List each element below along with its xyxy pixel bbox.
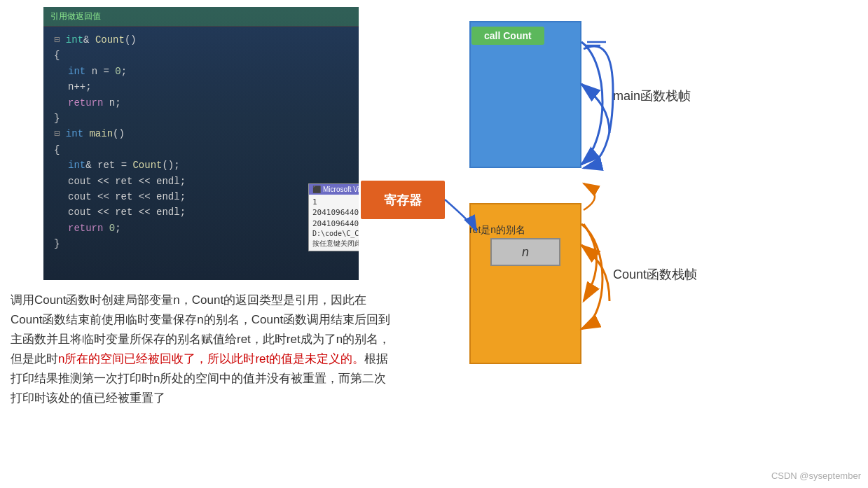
code-line: cout << ret << endl;: [54, 174, 348, 189]
code-line: {: [54, 48, 348, 63]
code-line: return n;: [54, 95, 348, 111]
count-right-arrow: [581, 224, 602, 329]
code-screenshot: 引用做返回值 ⊟ int& Count() { int n = 0; n++; …: [43, 7, 359, 280]
n-variable-box: n: [490, 238, 560, 266]
code-header: 引用做返回值: [43, 7, 359, 27]
code-line: ⊟ int main(): [54, 126, 348, 141]
vs-popup: ⬛ Microsoft Visual Studio 1 2041096440 2…: [308, 183, 359, 251]
code-line: }: [54, 236, 348, 251]
count-arrow-up: [584, 183, 595, 210]
register-box: 寄存器: [361, 181, 445, 219]
vs-popup-header: ⬛ Microsoft Visual Studio: [309, 184, 359, 195]
code-line: }: [54, 111, 348, 126]
code-line: n++;: [54, 79, 348, 95]
desc-text-highlight: n所在的空间已经被回收了，所以此时ret的值是未定义的。: [58, 352, 364, 365]
code-line: {: [54, 142, 348, 158]
code-line: int n = 0;: [54, 64, 348, 79]
vs-popup-content: 1 2041096440 2041096440 D:\code\C_C++\Bi…: [309, 195, 359, 251]
code-line: cout << ret << endl;: [54, 204, 348, 220]
code-line: ⊟ int& Count(): [54, 32, 348, 48]
diagram-area: call Count n 寄存器 ret是n的别名 main函数栈帧 Count…: [361, 7, 865, 399]
code-line: cout << ret << endl;: [54, 189, 348, 204]
count-frame-label: Count函数栈帧: [613, 266, 697, 283]
description-text: 调用Count函数时创建局部变量n，Count的返回类型是引用，因此在Count…: [11, 291, 392, 408]
main-right-arrow: [581, 42, 602, 165]
code-line: return 0;: [54, 221, 348, 236]
code-line: int& ret = Count();: [54, 158, 348, 173]
main-back-arrow: [581, 84, 609, 133]
main-frame-label: main函数栈帧: [613, 88, 691, 104]
header-text: 引用做返回值: [50, 11, 101, 22]
count-arrow-out: [584, 224, 597, 301]
main-arrow-out: [584, 46, 613, 168]
call-count-button: call Count: [471, 27, 544, 45]
count-back-arrow: [581, 245, 609, 301]
watermark: CSDN @syseptember: [771, 470, 861, 481]
ret-label: ret是n的别名: [469, 224, 525, 237]
